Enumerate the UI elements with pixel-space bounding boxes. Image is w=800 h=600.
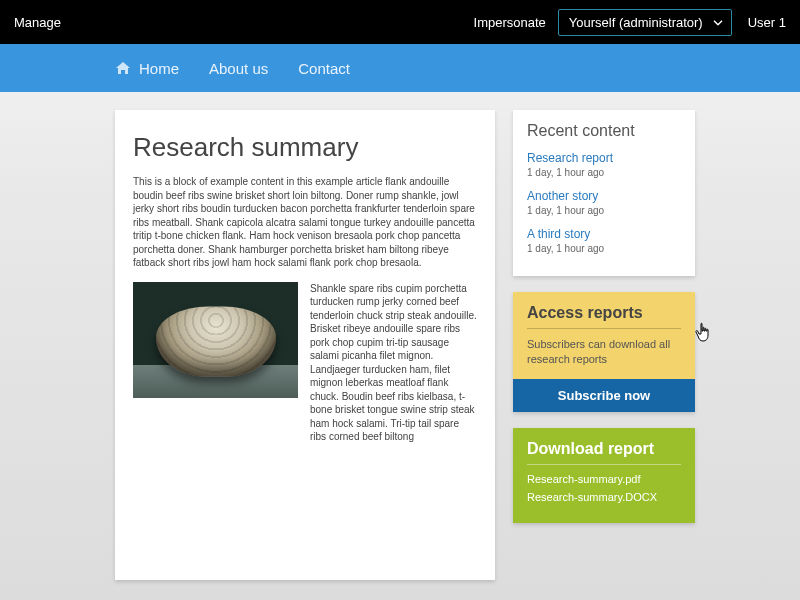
download-file-link[interactable]: Research-summary.pdf <box>527 473 681 485</box>
recent-item: A third story 1 day, 1 hour ago <box>527 224 681 254</box>
nav-about-label: About us <box>209 60 268 77</box>
nav-home[interactable]: Home <box>115 60 179 77</box>
access-description: Subscribers can download all research re… <box>527 337 681 367</box>
recent-meta: 1 day, 1 hour ago <box>527 243 681 254</box>
subscribe-button[interactable]: Subscribe now <box>513 379 695 412</box>
download-report-widget: Download report Research-summary.pdf Res… <box>513 428 695 523</box>
home-icon <box>115 61 131 75</box>
nav-about[interactable]: About us <box>209 60 268 77</box>
nav-contact-label: Contact <box>298 60 350 77</box>
content-area: Research summary This is a block of exam… <box>0 92 800 580</box>
download-heading: Download report <box>527 440 681 465</box>
recent-heading: Recent content <box>527 122 681 140</box>
article-title: Research summary <box>133 132 477 163</box>
chevron-down-icon <box>713 14 723 29</box>
impersonate-label: Impersonate <box>474 15 546 30</box>
main-nav: Home About us Contact <box>0 44 800 92</box>
recent-link[interactable]: A third story <box>527 227 590 241</box>
access-reports-widget: Access reports Subscribers can download … <box>513 292 695 412</box>
recent-meta: 1 day, 1 hour ago <box>527 205 681 216</box>
impersonate-select[interactable]: Yourself (administrator) <box>558 9 732 36</box>
current-user[interactable]: User 1 <box>748 15 786 30</box>
article-image <box>133 282 298 398</box>
recent-item: Another story 1 day, 1 hour ago <box>527 186 681 216</box>
article-paragraph-2: Shankle spare ribs cupim porchetta turdu… <box>310 282 477 444</box>
recent-link[interactable]: Research report <box>527 151 613 165</box>
access-heading: Access reports <box>527 304 681 329</box>
sidebar: Recent content Research report 1 day, 1 … <box>513 110 695 523</box>
recent-content-widget: Recent content Research report 1 day, 1 … <box>513 110 695 276</box>
nav-home-label: Home <box>139 60 179 77</box>
impersonate-value: Yourself (administrator) <box>569 15 703 30</box>
recent-meta: 1 day, 1 hour ago <box>527 167 681 178</box>
recent-link[interactable]: Another story <box>527 189 598 203</box>
admin-toolbar: Manage Impersonate Yourself (administrat… <box>0 0 800 44</box>
recent-item: Research report 1 day, 1 hour ago <box>527 148 681 178</box>
nav-contact[interactable]: Contact <box>298 60 350 77</box>
article-paragraph-1: This is a block of example content in th… <box>133 175 477 270</box>
manage-link[interactable]: Manage <box>14 15 61 30</box>
download-file-link[interactable]: Research-summary.DOCX <box>527 491 681 503</box>
article-panel: Research summary This is a block of exam… <box>115 110 495 580</box>
